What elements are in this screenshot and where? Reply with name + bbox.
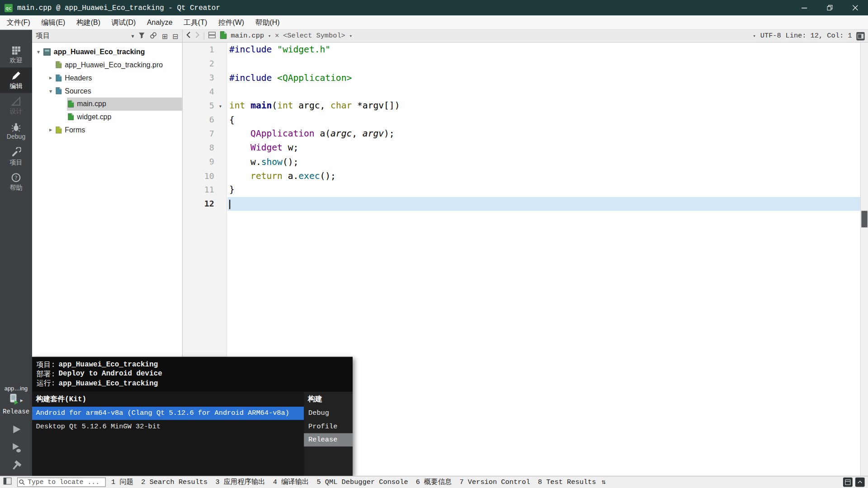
code-line-9[interactable]: w.show(); [229,155,860,169]
mode-debug-label: Debug [7,133,25,140]
cursor-position-label: Line: 12, Col: 1 [786,32,852,40]
window-controls [792,0,868,15]
mode-edit[interactable]: 编辑 [0,67,32,93]
menu-file[interactable]: 文件(F) [1,15,36,30]
toggle-right-sidebar-icon[interactable] [856,32,864,40]
filter-icon[interactable] [138,32,145,40]
toggle-left-sidebar-icon[interactable] [3,478,11,487]
tree-item-headers[interactable]: ▸Headers [32,71,182,84]
build-option-debug[interactable]: Debug [304,407,353,420]
menu-analyze[interactable]: Analyze [142,16,178,29]
qt-creator-logo-icon: qc [5,4,13,12]
output-pane-sort-icon[interactable]: ⇅ [602,478,606,486]
split-editor-icon[interactable] [208,31,216,41]
pane-button-test-results[interactable]: 8 Test Results [538,479,596,486]
pane-button-qml-debugger-console[interactable]: 5 QML Debugger Console [317,479,408,486]
build-target-selector[interactable]: app…ing ▸ Release [0,385,32,416]
kit-option-1[interactable]: Desktop Qt 5.12.6 MinGW 32-bit [32,420,304,433]
pane-button-general-messages[interactable]: 6 概要信息 [416,478,452,487]
file-dropdown-caret-icon[interactable]: ▾ [268,33,271,39]
code-line-3[interactable]: #include <QApplication> [229,70,860,84]
code-line-12[interactable] [227,197,860,211]
pane-button-issues[interactable]: 1 问题 [111,478,133,487]
mode-welcome[interactable]: 欢迎 [0,42,32,67]
headers-file-icon [55,74,62,82]
tree-item-app-huawei-eco-tracking-pro[interactable]: app_Huawei_Eco_tracking.pro [32,58,182,71]
mode-projects[interactable]: 项目 [0,144,32,169]
expander-icon[interactable]: ▾ [47,88,55,94]
forward-icon[interactable] [195,32,200,41]
close-document-icon[interactable]: × [275,32,279,40]
text-cursor [229,200,230,209]
pane-button-compile-output[interactable]: 4 编译输出 [273,478,309,487]
tree-item-widget-cpp[interactable]: widget.cpp [32,110,182,123]
symbol-selector[interactable]: <Select Symbol> [283,32,345,40]
build-button[interactable] [9,459,23,472]
fold-marker-icon[interactable]: ▾ [214,103,226,108]
mode-sidebar: 欢迎编辑设计Debug项目?帮助 app…ing ▸ Release [0,30,32,476]
popup-info-: 运行:app_Huawei_Eco_tracking [37,379,348,388]
tree-item-main-cpp[interactable]: main.cpp [32,98,182,111]
code-line-5[interactable]: int main(int argc, char *argv[]) [229,99,860,113]
run-debug-button[interactable] [9,441,23,454]
minimize-button[interactable] [792,0,817,15]
target-popup-arrow-icon: ▸ [20,397,23,403]
build-column: 构建 DebugProfileRelease [304,392,353,476]
code-line-7[interactable]: QApplication a(argc, argv); [229,127,860,141]
menu-edit[interactable]: 编辑(E) [36,15,71,30]
line-number-9: 9 [183,155,226,169]
locator [17,478,106,487]
code-line-1[interactable]: #include "widget.h" [229,42,860,56]
editor-scrollbar[interactable] [860,42,868,476]
encoding-label[interactable]: UTF-8 [760,32,781,40]
code-line-6[interactable]: { [229,113,860,127]
pane-button-app-output[interactable]: 3 应用程序输出 [215,478,265,487]
pane-button-version-control[interactable]: 7 Version Control [459,479,530,486]
code-line-10[interactable]: return a.exec(); [229,169,860,183]
editor-options-caret-icon[interactable]: ▾ [753,33,756,39]
close-pane-icon[interactable]: ⊟ [172,32,178,40]
menu-help[interactable]: 帮助(H) [250,15,285,30]
pane-select-caret-icon[interactable]: ▾ [131,33,134,39]
tree-item-sources[interactable]: ▾Sources [32,84,182,98]
expander-icon[interactable]: ▾ [34,49,42,55]
code-line-8[interactable]: Widget w; [229,141,860,155]
symbol-dropdown-caret-icon[interactable]: ▾ [349,33,352,39]
tree-item-label: Forms [65,126,85,134]
back-icon[interactable] [186,32,191,41]
tree-item-app-huawei-eco-tracking[interactable]: ▾app_Huawei_Eco_tracking [32,45,182,58]
menu-tools[interactable]: 工具(T) [178,15,213,30]
menu-debug[interactable]: 调试(D) [106,15,141,30]
code-line-11[interactable]: } [229,183,860,197]
pane-button-search-results[interactable]: 2 Search Results [141,479,208,486]
sources-file-icon [55,87,62,95]
code-line-2[interactable] [229,56,860,70]
output-pane-buttons: 1 问题2 Search Results3 应用程序输出4 编译输出5 QML … [111,478,596,487]
line-number-4: 4 [183,84,226,99]
expander-icon[interactable]: ▸ [47,75,55,81]
run-button[interactable] [9,423,23,436]
tree-item-forms[interactable]: ▸Forms [32,123,182,136]
line-number-3: 3 [183,70,226,84]
menu-window[interactable]: 控件(W) [212,15,250,30]
menu-build[interactable]: 构建(B) [71,15,106,30]
mode-help[interactable]: ?帮助 [0,169,32,195]
expander-icon[interactable]: ▸ [47,127,55,133]
kit-option-0[interactable]: Android for arm64-v8a (Clang Qt 5.12.6 f… [32,407,304,420]
scrollbar-current-line-marker[interactable] [861,211,867,228]
sync-with-editor-icon[interactable] [150,31,157,41]
code-line-4[interactable] [229,84,860,99]
build-option-profile[interactable]: Profile [304,420,353,433]
build-option-release[interactable]: Release [304,433,353,446]
split-pane-icon[interactable]: ⊞ [162,32,168,40]
mode-projects-label: 项目 [9,158,22,166]
build-progress-icon[interactable] [843,478,853,487]
maximize-output-pane-icon[interactable] [855,478,865,487]
mode-debug[interactable]: Debug [0,118,32,144]
mode-design-label: 设计 [9,107,22,115]
titlebar: qc main.cpp @ app_Huawei_Eco_tracking - … [0,0,868,15]
close-button[interactable] [843,0,868,15]
open-file-name[interactable]: main.cpp [231,32,264,40]
restore-button[interactable] [817,0,842,15]
locator-input[interactable] [17,478,106,487]
